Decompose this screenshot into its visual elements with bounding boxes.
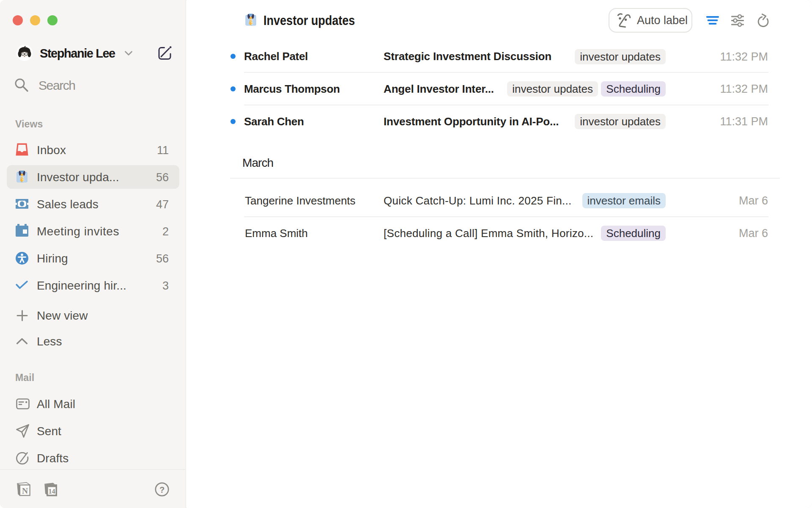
svg-text:N: N xyxy=(22,486,28,495)
svg-text:14: 14 xyxy=(49,488,55,495)
svg-text:?: ? xyxy=(159,485,165,494)
